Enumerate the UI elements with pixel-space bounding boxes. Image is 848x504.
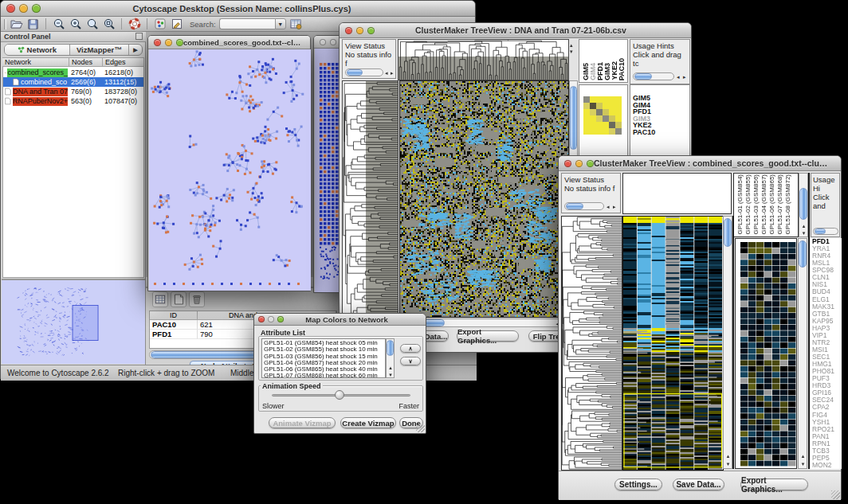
birdseye-panel[interactable] bbox=[2, 279, 145, 364]
export-graphics-button[interactable]: Export Graphics... bbox=[457, 330, 519, 342]
treeview-combined-titlebar[interactable]: ClusterMaker TreeView : combined_scores_… bbox=[559, 156, 841, 171]
close-button[interactable] bbox=[320, 39, 326, 45]
scroll-down-arrow[interactable]: ▾ bbox=[724, 461, 732, 467]
zoom-button[interactable] bbox=[277, 316, 284, 322]
zoom-out-icon[interactable] bbox=[52, 18, 65, 31]
column-label[interactable]: PAC10 bbox=[618, 58, 625, 80]
resize-grip[interactable] bbox=[416, 424, 425, 432]
network-view-canvas[interactable] bbox=[149, 49, 311, 291]
heatmap-canvas[interactable] bbox=[399, 80, 569, 318]
float-panel-icon[interactable] bbox=[135, 33, 143, 40]
scroll-left-arrow[interactable]: ◂ bbox=[385, 70, 388, 76]
move-up-button[interactable]: ∧ bbox=[400, 344, 421, 353]
close-button[interactable] bbox=[258, 316, 265, 322]
column-label[interactable]: PFD1 bbox=[596, 62, 603, 80]
zoom-button[interactable] bbox=[176, 39, 183, 46]
toolbar-drag-handle[interactable] bbox=[4, 19, 6, 29]
save-icon[interactable] bbox=[26, 18, 40, 31]
minimize-button[interactable] bbox=[356, 27, 363, 34]
attribute-item[interactable]: GPL51-07 (GSM868) heat shock 60 min bbox=[264, 373, 385, 378]
close-button[interactable] bbox=[6, 4, 15, 13]
col-nodes[interactable]: Nodes bbox=[69, 57, 103, 67]
heatmap-vscrollbar[interactable]: ▴ ▾ bbox=[723, 216, 732, 469]
network-row-dna-tran[interactable]: DNA and Tran 07 769(0) 183728(0) bbox=[3, 87, 143, 96]
export-graphics-button[interactable]: Export Graphics... bbox=[740, 479, 808, 490]
view-status-scrollbar[interactable] bbox=[564, 202, 604, 210]
id-column-header[interactable]: ID bbox=[150, 311, 198, 320]
attribute-list-scrollbar[interactable]: ▴ ▾ bbox=[386, 338, 395, 378]
annotation-icon[interactable] bbox=[170, 18, 183, 31]
column-label[interactable]: GPL51-02 (GSM855) bbox=[744, 174, 752, 235]
scroll-up-arrow[interactable]: ▴ bbox=[724, 453, 732, 459]
minimize-button[interactable] bbox=[19, 4, 28, 13]
scroll-down-arrow[interactable]: ▾ bbox=[800, 230, 807, 236]
zoom-button[interactable] bbox=[32, 4, 41, 13]
zoom-button[interactable] bbox=[367, 27, 375, 34]
minimize-button[interactable] bbox=[165, 39, 172, 46]
scroll-thumb[interactable] bbox=[724, 218, 732, 247]
column-label[interactable]: GIM4 bbox=[589, 63, 596, 80]
scroll-thumb[interactable] bbox=[799, 240, 807, 268]
column-label[interactable]: GPL51-08 (GSM872) bbox=[784, 174, 792, 235]
column-dendrogram-area[interactable] bbox=[622, 173, 732, 214]
scroll-thumb[interactable] bbox=[799, 188, 807, 220]
settings-button[interactable]: Settings... bbox=[614, 479, 662, 490]
tab-network[interactable]: Network bbox=[5, 45, 70, 55]
gene-label[interactable]: PAC10 bbox=[633, 129, 689, 136]
heatmap-canvas[interactable] bbox=[622, 216, 724, 471]
scroll-up-arrow[interactable]: ▴ bbox=[799, 453, 807, 459]
column-label[interactable]: GPL51-04 (GSM857) bbox=[760, 174, 768, 235]
close-button[interactable] bbox=[345, 27, 352, 34]
create-vizmap-button[interactable]: Create Vizmap bbox=[340, 417, 396, 428]
tab-vizmapper[interactable]: VizMapper™ bbox=[70, 45, 129, 55]
scroll-thumb[interactable] bbox=[566, 203, 583, 209]
move-down-button[interactable]: ∨ bbox=[400, 357, 421, 365]
pane-arrow-down[interactable]: ▾ bbox=[570, 49, 573, 54]
row-dendrogram-canvas[interactable] bbox=[561, 216, 622, 471]
col-edges[interactable]: Edges bbox=[103, 57, 144, 67]
zoom-fit-icon[interactable] bbox=[102, 18, 116, 31]
animate-vizmap-button[interactable]: Animate Vizmap bbox=[269, 417, 336, 428]
usage-scrollbar[interactable] bbox=[633, 72, 674, 80]
treeview-dna-titlebar[interactable]: ClusterMaker TreeView : DNA and Tran 07-… bbox=[340, 23, 691, 38]
close-button[interactable] bbox=[154, 39, 161, 46]
vizmap-icon[interactable] bbox=[153, 18, 167, 31]
minimize-button[interactable] bbox=[575, 160, 583, 167]
dialog-titlebar[interactable]: Map Colors to Network bbox=[254, 314, 426, 326]
new-attribute-icon[interactable] bbox=[171, 291, 186, 307]
resize-grip[interactable] bbox=[831, 490, 840, 499]
column-label[interactable]: YKE2 bbox=[610, 61, 618, 80]
minimize-button[interactable] bbox=[268, 316, 274, 322]
column-label[interactable]: GPL51-01 (GSM854) bbox=[736, 174, 744, 235]
birdseye-canvas[interactable] bbox=[2, 280, 143, 364]
scroll-right-arrow[interactable]: ▸ bbox=[391, 70, 394, 76]
scroll-down-arrow[interactable]: ▾ bbox=[387, 372, 394, 377]
zoom-heatmap-canvas[interactable] bbox=[740, 242, 796, 467]
column-label[interactable]: GPL51-07 (GSM868) bbox=[776, 174, 784, 235]
zoom-in-icon[interactable] bbox=[69, 18, 82, 31]
scroll-down-arrow[interactable]: ▾ bbox=[799, 461, 807, 467]
open-file-icon[interactable] bbox=[10, 18, 23, 31]
minimize-button[interactable] bbox=[330, 39, 336, 45]
scroll-left-arrow[interactable]: ◂ bbox=[607, 204, 610, 209]
pane-arrow-up[interactable]: ▴ bbox=[570, 42, 573, 48]
scroll-left-arrow[interactable]: ◂ bbox=[677, 74, 680, 80]
column-label[interactable]: GIM5 bbox=[582, 63, 589, 80]
column-label[interactable]: GPL51-03 (GSM856) bbox=[752, 174, 760, 235]
slider-thumb[interactable] bbox=[335, 390, 344, 400]
usage-scrollbar[interactable] bbox=[813, 228, 838, 235]
row-dendrogram-canvas[interactable] bbox=[342, 80, 398, 318]
help-lifering-icon[interactable] bbox=[128, 18, 141, 31]
attribute-table-icon[interactable] bbox=[152, 291, 168, 307]
zoom-vscrollbar[interactable]: ▴ ▾ bbox=[798, 238, 807, 469]
close-button[interactable] bbox=[564, 160, 571, 167]
scroll-thumb[interactable] bbox=[634, 73, 652, 80]
column-label[interactable]: GIM3 bbox=[603, 63, 610, 80]
main-titlebar[interactable]: Cytoscape Desktop (Session Name: collins… bbox=[1, 1, 475, 17]
network-view-titlebar[interactable]: combined_scores_good.txt--cluste... bbox=[148, 36, 310, 49]
column-dendrogram-canvas[interactable] bbox=[398, 39, 569, 80]
zoom-button[interactable] bbox=[587, 160, 594, 167]
view-status-scrollbar[interactable] bbox=[345, 68, 383, 76]
network-row-combined-sco-selected[interactable]: combined_sco 2569(6) 13112(15) bbox=[3, 77, 143, 87]
correlation-matrix-canvas[interactable] bbox=[583, 96, 622, 135]
